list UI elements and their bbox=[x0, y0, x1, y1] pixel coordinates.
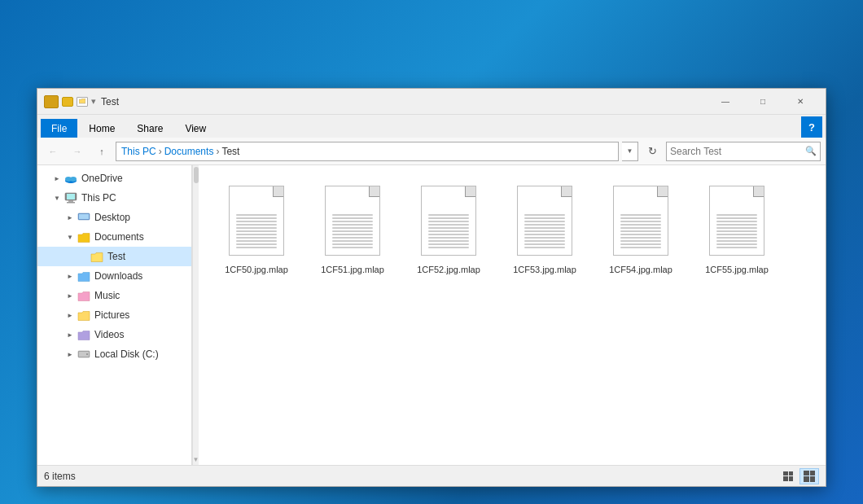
expand-downloads: ► bbox=[64, 270, 77, 283]
large-icon-view-button[interactable] bbox=[799, 468, 819, 484]
file-name-1: 1CF51.jpg.mlap bbox=[321, 264, 384, 275]
pictures-icon bbox=[77, 308, 91, 322]
breadcrumb-sep-1: › bbox=[159, 146, 162, 157]
ribbon-tabs: File Home Share View ? bbox=[37, 115, 826, 138]
sidebar-item-videos[interactable]: ► Videos bbox=[37, 325, 191, 344]
file-lines-5 bbox=[713, 211, 760, 252]
search-input[interactable] bbox=[670, 146, 805, 157]
documents-icon bbox=[77, 230, 91, 244]
svg-point-11 bbox=[86, 353, 88, 355]
title-bar: ▾ Test — □ ✕ bbox=[37, 89, 826, 115]
thispc-icon bbox=[64, 191, 78, 205]
file-item-3[interactable]: 1CF53.jpg.mlap bbox=[500, 178, 589, 283]
expand-localdisk: ► bbox=[64, 348, 77, 361]
breadcrumb-dropdown[interactable]: ▼ bbox=[622, 142, 638, 161]
file-page-0 bbox=[229, 186, 284, 256]
videos-icon bbox=[77, 327, 91, 342]
file-lines-3 bbox=[521, 211, 568, 252]
file-page-2 bbox=[421, 186, 476, 256]
music-icon bbox=[77, 288, 91, 303]
file-item-5[interactable]: 1CF55.jpg.mlap bbox=[692, 178, 782, 283]
search-box: 🔍 bbox=[666, 142, 821, 161]
expand-thispc: ▼ bbox=[50, 191, 64, 204]
item-count: 6 items bbox=[44, 471, 76, 482]
sidebar-label-documents: Documents bbox=[94, 231, 144, 243]
tab-file[interactable]: File bbox=[41, 119, 77, 138]
search-icon: 🔍 bbox=[805, 146, 817, 156]
sidebar-item-downloads[interactable]: ► Downloads bbox=[37, 266, 191, 286]
svg-rect-5 bbox=[68, 200, 73, 202]
address-bar: ← → ↑ This PC › Documents › Test ▼ ↻ 🔍 bbox=[37, 138, 826, 165]
window-title: Test bbox=[101, 96, 707, 107]
folder-icon-small bbox=[77, 97, 88, 107]
sidebar-label-downloads: Downloads bbox=[94, 270, 142, 282]
downloads-icon bbox=[77, 269, 91, 283]
back-button[interactable]: ← bbox=[42, 141, 64, 162]
file-item-1[interactable]: 1CF51.jpg.mlap bbox=[308, 178, 397, 283]
breadcrumb-this-pc[interactable]: This PC bbox=[121, 146, 156, 157]
file-page-3 bbox=[517, 186, 572, 256]
sidebar-item-thispc[interactable]: ▼ This PC bbox=[37, 188, 191, 208]
tab-view[interactable]: View bbox=[174, 119, 217, 138]
file-lines-1 bbox=[329, 211, 376, 252]
svg-rect-6 bbox=[67, 202, 75, 204]
file-page-4 bbox=[613, 186, 668, 256]
file-lines-0 bbox=[233, 211, 280, 252]
file-page-1 bbox=[325, 186, 380, 256]
file-icon-3 bbox=[515, 186, 574, 259]
breadcrumb-test: Test bbox=[221, 146, 239, 157]
sidebar-item-music[interactable]: ► Music bbox=[37, 286, 191, 305]
sidebar-label-onedrive: OneDrive bbox=[81, 173, 123, 184]
test-folder-icon bbox=[90, 249, 104, 264]
sidebar-item-test[interactable]: ► Test bbox=[37, 247, 191, 266]
up-button[interactable]: ↑ bbox=[91, 141, 112, 162]
file-name-2: 1CF52.jpg.mlap bbox=[417, 264, 480, 275]
expand-pictures: ► bbox=[64, 309, 77, 322]
explorer-window: ▾ Test — □ ✕ File Home Share View ? ← → … bbox=[37, 88, 826, 487]
title-separator: ▾ bbox=[91, 96, 96, 107]
expand-music: ► bbox=[64, 289, 77, 302]
tab-share[interactable]: Share bbox=[126, 119, 173, 138]
list-view-button[interactable] bbox=[778, 468, 798, 484]
file-area: 1CF50.jpg.mlap 1CF51.jpg.mlap bbox=[199, 165, 826, 465]
sidebar-item-onedrive[interactable]: ► OneDrive bbox=[37, 169, 191, 188]
view-controls bbox=[778, 468, 819, 484]
breadcrumb: This PC › Documents › Test bbox=[116, 142, 619, 161]
sidebar-scrollbar[interactable]: ▼ bbox=[192, 165, 199, 465]
large-icon-view-icon bbox=[804, 471, 815, 482]
file-item-4[interactable]: 1CF54.jpg.mlap bbox=[596, 178, 686, 283]
file-name-5: 1CF55.jpg.mlap bbox=[705, 264, 769, 275]
desktop-icon bbox=[77, 210, 91, 225]
file-name-4: 1CF54.jpg.mlap bbox=[609, 264, 672, 275]
close-button[interactable]: ✕ bbox=[782, 89, 819, 115]
sidebar-item-localdisk[interactable]: ► Local Disk (C:) bbox=[37, 344, 191, 364]
file-name-0: 1CF50.jpg.mlap bbox=[225, 264, 288, 275]
sidebar-item-documents[interactable]: ▼ Documents bbox=[37, 227, 191, 247]
folder-icon-large bbox=[44, 95, 59, 108]
sidebar-label-videos: Videos bbox=[94, 329, 124, 340]
window-controls: — □ ✕ bbox=[707, 89, 819, 115]
file-lines-4 bbox=[617, 211, 664, 252]
forward-button[interactable]: → bbox=[67, 141, 88, 162]
breadcrumb-documents[interactable]: Documents bbox=[164, 146, 214, 157]
minimize-button[interactable]: — bbox=[707, 89, 744, 115]
expand-onedrive: ► bbox=[50, 172, 64, 185]
tab-home[interactable]: Home bbox=[78, 119, 125, 138]
sidebar-label-localdisk: Local Disk (C:) bbox=[94, 348, 159, 360]
sidebar-container: ► OneDrive ▼ This PC ► bbox=[37, 165, 199, 465]
maximize-button[interactable]: □ bbox=[744, 89, 782, 115]
refresh-button[interactable]: ↻ bbox=[642, 141, 663, 162]
sidebar-label-desktop: Desktop bbox=[94, 212, 130, 223]
file-page-5 bbox=[709, 186, 764, 256]
sidebar-item-pictures[interactable]: ► Pictures bbox=[37, 305, 191, 325]
file-icon-4 bbox=[611, 186, 670, 259]
help-button[interactable]: ? bbox=[801, 116, 822, 138]
expand-desktop: ► bbox=[64, 211, 77, 224]
svg-rect-4 bbox=[67, 194, 75, 199]
file-item-2[interactable]: 1CF52.jpg.mlap bbox=[404, 178, 493, 283]
folder-icon-medium bbox=[62, 97, 73, 107]
file-item-0[interactable]: 1CF50.jpg.mlap bbox=[212, 178, 301, 283]
sidebar-item-desktop[interactable]: ► Desktop bbox=[37, 208, 191, 227]
sidebar: ► OneDrive ▼ This PC ► bbox=[37, 165, 192, 465]
svg-rect-8 bbox=[79, 214, 89, 219]
